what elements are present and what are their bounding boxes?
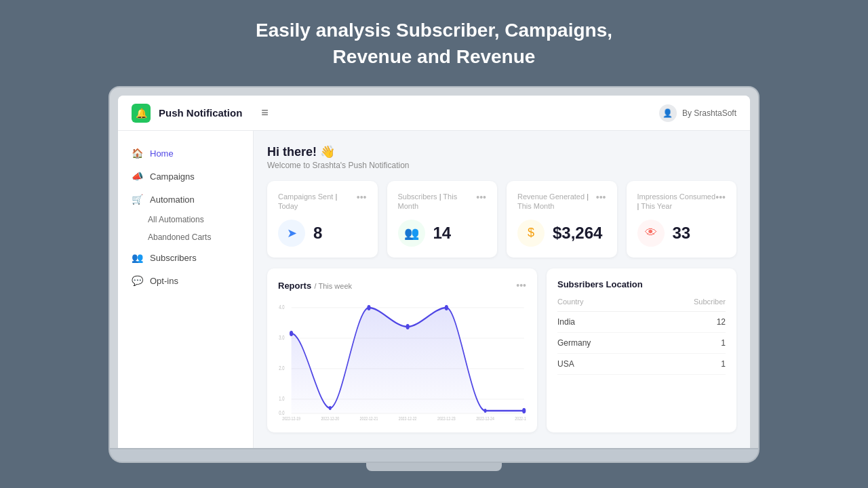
country-cell: Germany [557, 332, 644, 353]
user-avatar: 👤 [659, 104, 677, 122]
location-table: Country Subcriber India 12 Germany 1 USA… [557, 298, 726, 375]
stat-header-subscribers: Subscribers | This Month ••• [398, 192, 487, 211]
sidebar-item-subscribers-label: Subscribers [150, 253, 197, 263]
stat-body-impressions: 👁 33 [637, 220, 726, 247]
bottom-section: Reports / This week ••• 4.0 3 [267, 268, 736, 432]
revenue-stat-value: $3,264 [553, 224, 602, 243]
country-cell: USA [557, 353, 644, 374]
stat-body-subscribers: 👥 14 [398, 220, 487, 247]
sidebar-item-subscribers[interactable]: 👥 Subscribers [118, 246, 253, 269]
chart-area-fill [292, 308, 524, 413]
stat-menu-impressions[interactable]: ••• [715, 192, 726, 203]
location-title: Subsribers Location [557, 279, 726, 289]
abandoned-carts-label: Abandoned Carts [148, 232, 211, 242]
greeting-subtitle: Welcome to Srashta's Push Notification [267, 161, 736, 170]
svg-text:1.0: 1.0 [279, 394, 284, 402]
chart-menu[interactable]: ••• [516, 280, 526, 291]
stat-menu-subscribers[interactable]: ••• [476, 192, 486, 203]
revenue-stat-icon: $ [517, 220, 545, 247]
chart-dot-4 [445, 305, 448, 310]
svg-text:2.0: 2.0 [279, 364, 284, 371]
svg-text:4.0: 4.0 [279, 303, 284, 310]
svg-text:2022-12-21: 2022-12-21 [360, 415, 378, 421]
header-left: 🔔 Push Notification ≡ [132, 104, 269, 123]
sidebar-item-abandoned-carts[interactable]: Abandoned Carts [118, 228, 253, 246]
page-title: Easily analysis Subscriber, Campaigns, R… [256, 17, 612, 70]
svg-text:3.0: 3.0 [279, 333, 284, 341]
table-row: India 12 [557, 311, 726, 332]
chart-title: Reports [278, 281, 311, 291]
laptop-stand [366, 463, 502, 471]
stat-title-revenue: Revenue Generated | This Month [517, 192, 596, 211]
screen-inner: 🔔 Push Notification ≡ 👤 By SrashtaSoft 🏠 [118, 96, 750, 448]
subscribers-stat-icon: 👥 [398, 220, 425, 247]
chart-dot-5 [484, 409, 487, 413]
app-name-label: Push Notification [159, 107, 242, 119]
subscribers-icon: 👥 [132, 252, 143, 263]
svg-text:2022-12-24: 2022-12-24 [476, 415, 494, 421]
stat-title-impressions: Impressions Consumed | This Year [637, 192, 716, 211]
stat-menu-campaigns[interactable]: ••• [357, 192, 367, 203]
chart-period: / This week [315, 282, 352, 290]
svg-text:2022-12-22: 2022-12-22 [399, 415, 417, 421]
sidebar-item-all-automations[interactable]: All Automations [118, 211, 253, 228]
svg-text:2022-12-23: 2022-12-23 [437, 415, 456, 421]
app: 🔔 Push Notification ≡ 👤 By SrashtaSoft 🏠 [118, 96, 750, 448]
sidebar-item-home[interactable]: 🏠 Home [118, 142, 253, 165]
app-body: 🏠 Home 📣 Campaigns 🛒 Automation All [118, 131, 750, 448]
campaigns-icon: 📣 [132, 171, 143, 182]
stat-card-subscribers: Subscribers | This Month ••• 👥 14 [387, 181, 498, 258]
chart-dot-6 [522, 408, 526, 413]
sidebar-item-campaigns[interactable]: 📣 Campaigns [118, 165, 253, 188]
all-automations-label: All Automations [148, 215, 204, 224]
impressions-stat-icon: 👁 [637, 220, 665, 247]
sidebar-item-optins-label: Opt-ins [150, 276, 178, 286]
sidebar-item-campaigns-label: Campaigns [150, 171, 195, 182]
hamburger-icon[interactable]: ≡ [261, 106, 269, 120]
stat-menu-revenue[interactable]: ••• [596, 192, 606, 203]
table-row: Germany 1 [557, 332, 726, 353]
automation-icon: 🛒 [132, 194, 143, 205]
subscriber-count-cell: 1 [644, 353, 726, 374]
sidebar-item-automation[interactable]: 🛒 Automation [118, 188, 253, 211]
stat-header-impressions: Impressions Consumed | This Year ••• [637, 192, 726, 211]
campaigns-stat-icon: ➤ [278, 220, 305, 247]
laptop-screen: 🔔 Push Notification ≡ 👤 By SrashtaSoft 🏠 [108, 86, 760, 449]
header-right: 👤 By SrashtaSoft [659, 104, 736, 122]
sidebar-item-automation-label: Automation [150, 195, 195, 205]
optins-icon: 💬 [132, 275, 143, 286]
svg-text:2022-12-19: 2022-12-19 [282, 415, 300, 421]
stat-body-revenue: $ $3,264 [517, 220, 606, 247]
chart-dot-3 [406, 324, 410, 329]
stat-card-revenue: Revenue Generated | This Month ••• $ $3,… [507, 181, 617, 258]
chart-svg: 4.0 3.0 2.0 1.0 0.0 [278, 300, 526, 422]
laptop-wrapper: 🔔 Push Notification ≡ 👤 By SrashtaSoft 🏠 [108, 86, 760, 471]
svg-text:2022-12-25: 2022-12-25 [515, 415, 526, 421]
user-label: By SrashtaSoft [682, 108, 736, 118]
greeting-text: Hi there! 👋 [267, 144, 736, 159]
chart-dot-2 [367, 305, 370, 310]
home-icon: 🏠 [132, 148, 143, 159]
table-row: USA 1 [557, 353, 726, 374]
location-card: Subsribers Location Country Subcriber [547, 268, 736, 432]
stat-card-campaigns: Campaigns Sent | Today ••• ➤ 8 [267, 181, 378, 258]
stat-body-campaigns: ➤ 8 [278, 220, 367, 247]
sidebar: 🏠 Home 📣 Campaigns 🛒 Automation All [118, 131, 254, 448]
sidebar-item-home-label: Home [150, 148, 174, 159]
chart-card: Reports / This week ••• 4.0 3 [267, 268, 537, 432]
subscriber-count-cell: 12 [644, 311, 726, 332]
chart-title-group: Reports / This week [278, 279, 352, 291]
country-cell: India [557, 311, 644, 332]
stats-grid: Campaigns Sent | Today ••• ➤ 8 [267, 181, 736, 258]
subscriber-count-cell: 1 [644, 332, 726, 353]
main-content: Hi there! 👋 Welcome to Srashta's Push No… [254, 131, 750, 448]
col-country-header: Country [557, 298, 644, 312]
chart-header: Reports / This week ••• [278, 279, 526, 291]
subscribers-stat-value: 14 [433, 224, 452, 243]
logo-icon: 🔔 [132, 104, 151, 123]
chart-area: 4.0 3.0 2.0 1.0 0.0 [278, 300, 526, 422]
greeting: Hi there! 👋 Welcome to Srashta's Push No… [267, 144, 736, 170]
app-header: 🔔 Push Notification ≡ 👤 By SrashtaSoft [118, 96, 750, 131]
svg-text:2022-12-20: 2022-12-20 [321, 415, 339, 421]
sidebar-item-optins[interactable]: 💬 Opt-ins [118, 269, 253, 292]
